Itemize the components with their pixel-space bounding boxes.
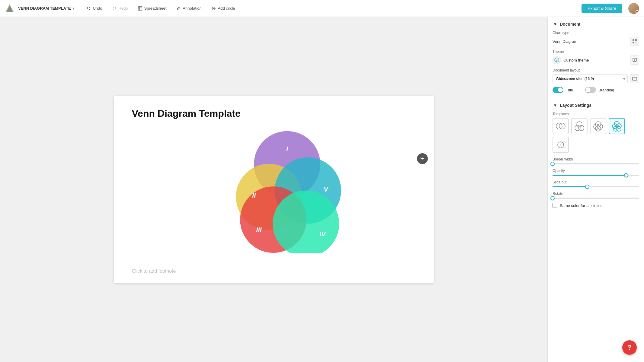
layout-preview-button[interactable]	[630, 74, 639, 83]
app-title: VENN DIAGRAM TEMPLATE ▼	[18, 6, 75, 11]
template-4circles[interactable]	[590, 118, 606, 134]
spreadsheet-button[interactable]: Spreadsheet	[134, 4, 170, 13]
svg-rect-11	[633, 39, 634, 41]
svg-point-36	[561, 142, 566, 148]
venn-svg: .venn-label { font-family: -apple-system…	[221, 120, 354, 253]
svg-rect-12	[635, 39, 637, 41]
main-layout: Venn Diagram Template .venn-label { font…	[0, 17, 644, 362]
svg-rect-20	[633, 77, 637, 80]
template-2circles[interactable]	[553, 118, 569, 134]
label-ii: II	[252, 192, 256, 199]
theme-label: Theme	[553, 49, 639, 54]
opacity-label: Opacity	[553, 169, 639, 173]
templates-label: Templates	[553, 112, 639, 116]
theme-name: Custom theme	[563, 58, 630, 62]
branding-toggle[interactable]	[585, 87, 596, 93]
label-v: V	[323, 186, 328, 193]
svg-point-34	[616, 126, 621, 131]
same-color-checkbox[interactable]	[553, 203, 557, 208]
slide[interactable]: Venn Diagram Template .venn-label { font…	[114, 96, 434, 283]
canvas-area: Venn Diagram Template .venn-label { font…	[0, 17, 547, 362]
template-partial[interactable]	[553, 137, 569, 153]
annotation-button[interactable]: Annotation	[172, 4, 205, 13]
layout-select[interactable]: Widescreen slide (16:9) Standard slide (…	[553, 74, 628, 83]
branding-toggle-item: Branding	[585, 87, 614, 93]
chart-type-label: Chart type	[553, 31, 639, 35]
label-iii: III	[256, 226, 262, 233]
help-button[interactable]: ?	[622, 340, 637, 355]
theme-row: Custom theme	[553, 56, 639, 65]
layout-settings-section: ▾ Layout Settings Templates	[548, 98, 644, 213]
label-iv: IV	[319, 230, 326, 238]
export-share-button[interactable]: Export & Share	[582, 4, 622, 13]
document-section: ▾ Document Chart type Venn Diagram Theme…	[548, 17, 644, 98]
avatar	[628, 3, 639, 14]
toggle-row: Title Branding	[553, 87, 639, 93]
rotate-track[interactable]	[553, 198, 639, 199]
template-5circles[interactable]	[609, 118, 625, 134]
layout-row: Widescreen slide (16:9) Standard slide (…	[553, 74, 639, 83]
border-width-label: Border width	[553, 157, 639, 161]
title-toggle[interactable]	[553, 87, 563, 93]
svg-marker-2	[5, 5, 14, 12]
footnote-placeholder[interactable]: Click to add footnote	[132, 268, 176, 274]
opacity-track[interactable]	[553, 175, 639, 176]
chart-type-row: Venn Diagram	[553, 37, 639, 46]
redo-button[interactable]: Redo	[108, 4, 132, 13]
svg-rect-13	[633, 42, 634, 43]
layout-settings-chevron-icon: ▾	[553, 103, 557, 108]
border-width-slider-row: Border width	[553, 157, 639, 164]
slide-out-slider-row: Slide out	[553, 180, 639, 187]
opacity-slider-row: Opacity	[553, 169, 639, 176]
svg-rect-14	[635, 42, 637, 43]
layout-settings-header[interactable]: ▾ Layout Settings	[553, 103, 639, 108]
slide-out-label: Slide out	[553, 180, 639, 184]
theme-icon	[553, 56, 561, 64]
same-color-label[interactable]: Same color for all circles	[560, 203, 603, 208]
rotate-label: Rotate	[553, 192, 639, 196]
slide-out-track[interactable]	[553, 186, 639, 187]
border-width-track[interactable]	[553, 163, 639, 164]
rotate-slider-row: Rotate	[553, 192, 639, 199]
branding-toggle-label: Branding	[598, 88, 614, 92]
chart-type-value: Venn Diagram	[553, 39, 577, 44]
svg-point-26	[595, 122, 601, 127]
venn-diagram[interactable]: .venn-label { font-family: -apple-system…	[221, 120, 354, 253]
undo-button[interactable]: Undo	[82, 4, 106, 13]
svg-rect-3	[138, 7, 142, 10]
add-circle-canvas-button[interactable]: +	[417, 153, 428, 164]
logo	[5, 4, 14, 13]
avatar-status-dot	[636, 10, 639, 13]
document-section-header[interactable]: ▾ Document	[553, 22, 639, 27]
label-i: I	[286, 145, 288, 153]
title-toggle-label: Title	[566, 88, 573, 92]
templates-row	[553, 118, 639, 153]
document-chevron-icon: ▾	[553, 22, 557, 27]
chart-type-change-button[interactable]	[630, 37, 639, 46]
same-color-row: Same color for all circles	[553, 203, 639, 208]
title-toggle-item: Title	[553, 87, 573, 93]
slide-title: Venn Diagram Template	[132, 108, 241, 119]
add-circle-button[interactable]: Add circle	[208, 4, 239, 13]
template-3circles[interactable]	[571, 118, 588, 134]
topbar: VENN DIAGRAM TEMPLATE ▼ Undo Redo Spread…	[0, 0, 644, 17]
right-panel: ▾ Document Chart type Venn Diagram Theme…	[547, 17, 644, 362]
layout-select-wrapper: Widescreen slide (16:9) Standard slide (…	[553, 74, 628, 83]
document-layout-label: Document layout	[553, 68, 639, 72]
theme-edit-button[interactable]	[630, 56, 639, 65]
